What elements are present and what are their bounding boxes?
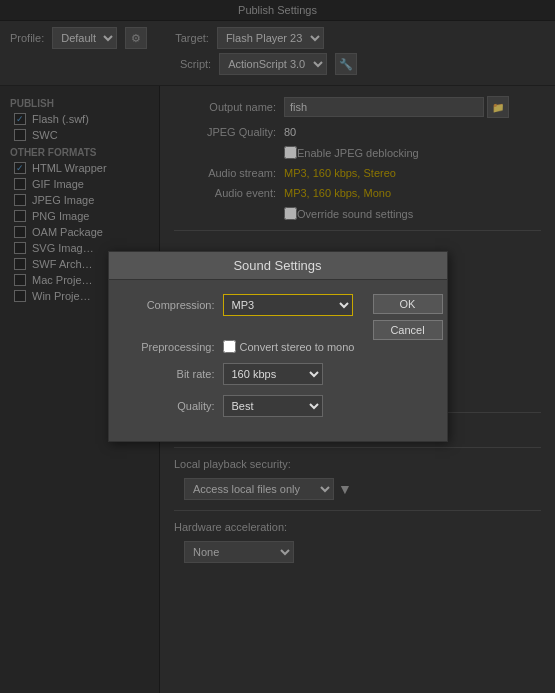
quality-select[interactable]: Best [223, 395, 323, 417]
sound-settings-content: Compression: MP3 OK Cancel Preprocessing… [109, 280, 447, 441]
bit-rate-label: Bit rate: [123, 368, 223, 380]
bit-rate-row: Bit rate: 160 kbps [123, 363, 433, 385]
quality-row: Quality: Best [123, 395, 433, 417]
bit-rate-select[interactable]: 160 kbps [223, 363, 323, 385]
convert-stereo-label: Convert stereo to mono [240, 341, 355, 353]
preprocessing-label: Preprocessing: [123, 341, 223, 353]
convert-stereo-checkbox[interactable] [223, 340, 236, 353]
compression-label: Compression: [123, 299, 223, 311]
sound-settings-title: Sound Settings [109, 252, 447, 280]
sound-ok-button[interactable]: OK [373, 294, 443, 314]
compression-fields: Compression: MP3 [123, 294, 353, 326]
compression-row: Compression: MP3 [123, 294, 353, 316]
modal-action-buttons: OK Cancel [373, 294, 443, 340]
preprocessing-row: Preprocessing: Convert stereo to mono [123, 340, 433, 353]
quality-label: Quality: [123, 400, 223, 412]
compression-section: Compression: MP3 OK Cancel [123, 294, 433, 340]
compression-select[interactable]: MP3 [223, 294, 353, 316]
modal-overlay: Sound Settings Compression: MP3 OK Cance… [0, 0, 555, 693]
sound-settings-modal: Sound Settings Compression: MP3 OK Cance… [108, 251, 448, 442]
sound-cancel-button[interactable]: Cancel [373, 320, 443, 340]
